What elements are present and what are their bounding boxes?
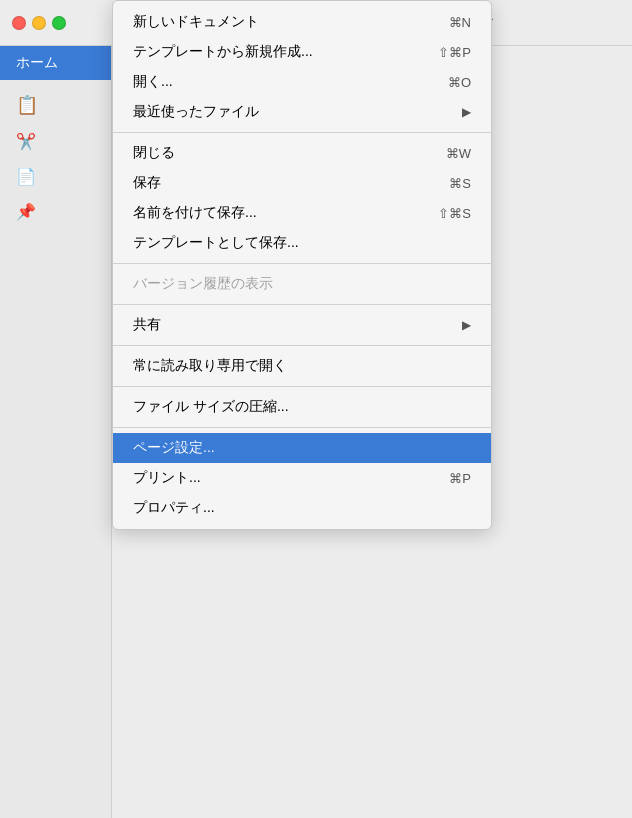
scissors-icon: ✂️ — [16, 132, 36, 151]
sidebar-icon-row-3: 📄 — [12, 163, 99, 190]
maximize-button[interactable] — [52, 16, 66, 30]
menu-item-new-from-template[interactable]: テンプレートから新規作成... ⇧⌘P — [113, 37, 491, 67]
menu-item-page-setup[interactable]: ページ設定... — [113, 433, 491, 463]
minimize-button[interactable] — [32, 16, 46, 30]
sidebar: ホーム 📋 ✂️ 📄 📌 — [0, 46, 112, 818]
copy-icon: 📄 — [16, 167, 36, 186]
sidebar-icon-row-2: ✂️ — [12, 128, 99, 155]
close-button[interactable] — [12, 16, 26, 30]
sidebar-icon-row-1: 📋 — [12, 90, 99, 120]
menu-item-share[interactable]: 共有 ▶ — [113, 310, 491, 340]
separator-6 — [113, 427, 491, 428]
menu-item-open[interactable]: 開く... ⌘O — [113, 67, 491, 97]
menu-item-save-as[interactable]: 名前を付けて保存... ⇧⌘S — [113, 198, 491, 228]
menu-item-print[interactable]: プリント... ⌘P — [113, 463, 491, 493]
menu-section-1: 新しいドキュメント ⌘N テンプレートから新規作成... ⇧⌘P 開く... ⌘… — [113, 5, 491, 129]
menu-item-version-history: バージョン履歴の表示 — [113, 269, 491, 299]
sidebar-icons: 📋 ✂️ 📄 📌 — [0, 80, 111, 235]
separator-4 — [113, 345, 491, 346]
separator-1 — [113, 132, 491, 133]
menu-item-recent-files[interactable]: 最近使ったファイル ▶ — [113, 97, 491, 127]
traffic-lights — [0, 0, 78, 45]
menu-section-7: ページ設定... プリント... ⌘P プロパティ... — [113, 431, 491, 525]
menu-section-6: ファイル サイズの圧縮... — [113, 390, 491, 424]
paste-icon: 📌 — [16, 202, 36, 221]
separator-3 — [113, 304, 491, 305]
menu-item-save-as-template[interactable]: テンプレートとして保存... — [113, 228, 491, 258]
menu-section-3: バージョン履歴の表示 — [113, 267, 491, 301]
menu-item-close[interactable]: 閉じる ⌘W — [113, 138, 491, 168]
sidebar-home[interactable]: ホーム — [0, 46, 111, 80]
menu-section-4: 共有 ▶ — [113, 308, 491, 342]
menu-item-read-only[interactable]: 常に読み取り専用で開く — [113, 351, 491, 381]
menu-section-2: 閉じる ⌘W 保存 ⌘S 名前を付けて保存... ⇧⌘S テンプレートとして保存… — [113, 136, 491, 260]
file-menu-dropdown: 新しいドキュメント ⌘N テンプレートから新規作成... ⇧⌘P 開く... ⌘… — [112, 0, 492, 530]
menu-item-save[interactable]: 保存 ⌘S — [113, 168, 491, 198]
separator-2 — [113, 263, 491, 264]
sidebar-icon-row-4: 📌 — [12, 198, 99, 225]
menu-item-compress[interactable]: ファイル サイズの圧縮... — [113, 392, 491, 422]
clipboard-icon: 📋 — [16, 94, 38, 116]
menu-item-properties[interactable]: プロパティ... — [113, 493, 491, 523]
separator-5 — [113, 386, 491, 387]
menu-item-new-document[interactable]: 新しいドキュメント ⌘N — [113, 7, 491, 37]
menu-section-5: 常に読み取り専用で開く — [113, 349, 491, 383]
